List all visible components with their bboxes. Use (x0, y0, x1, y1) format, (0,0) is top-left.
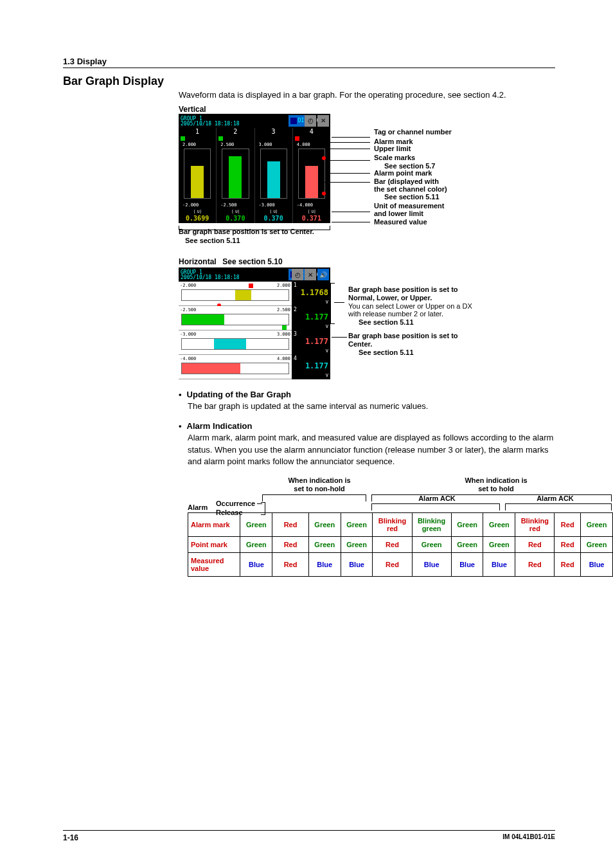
unit-label: V (326, 348, 328, 354)
bracket-hold (371, 494, 612, 502)
table-cell: Red (555, 552, 581, 576)
lower-limit: -2.500 (180, 307, 196, 312)
alarm-mark-icon (218, 136, 223, 141)
channel-number: 2 (294, 307, 297, 312)
alarm-header-hold: When indication is set to hold (432, 476, 560, 493)
page-number: 1-16 (63, 833, 78, 842)
callout-normal-4: with release number 2 or later. (348, 310, 443, 318)
lower-limit: -4.000 (297, 203, 313, 208)
table-cell: Red (515, 552, 555, 576)
bar-fill (235, 290, 251, 300)
bar-right-pane: 4 1.177 V (292, 355, 330, 379)
figure-horizontal: Horizontal See section 5.10 GROUP 1 2005… (179, 257, 555, 381)
unit-label: [ U] (258, 209, 290, 213)
unit-label: [ U] (296, 209, 328, 213)
brace-vertical-1 (330, 283, 335, 324)
table-row: Point markGreenRedGreenGreenRedGreenGree… (188, 536, 613, 552)
table-cell: Red (555, 512, 581, 536)
history-icon[interactable]: ◴ (305, 115, 316, 127)
bar-right-pane: 3 1.177 V (292, 330, 330, 355)
alarm-mark-icon (181, 136, 185, 141)
section-title: Bar Graph Display (63, 75, 555, 88)
bracket-ack-2 (505, 503, 612, 511)
bar-channel: 1 2.000 -2.000 [ U] 0.3699 (179, 128, 217, 223)
table-cell: Green (451, 536, 483, 552)
expand-icon-h[interactable]: ✕ (305, 269, 316, 280)
table-cell: Red (272, 512, 309, 536)
upper-limit: 3.000 (259, 142, 272, 147)
row-label: Measured value (188, 552, 240, 576)
bar-left-pane: -4.000 4.000 (179, 355, 292, 379)
table-cell: Blue (483, 552, 515, 576)
sound-icon[interactable]: 🔊 (317, 269, 329, 280)
alarm-mark-icon (282, 325, 287, 330)
lower-limit: -2.000 (182, 203, 199, 208)
page-footer: 1-16 IM 04L41B01-01E (63, 830, 555, 842)
table-cell: Blue (581, 552, 613, 576)
channel-number: 4 (293, 128, 330, 136)
callout-normal-ref: See section 5.11 (359, 318, 414, 326)
upper-limit: 2.500 (220, 142, 234, 147)
figure-horizontal-ref: See section 5.10 (222, 257, 282, 266)
bar-fill (182, 314, 224, 325)
table-cell: Green (412, 536, 451, 552)
bracket-nonhold (262, 494, 366, 502)
bullet-alarm-title: Alarm Indication (187, 421, 253, 431)
measured-value: 1.177 (292, 337, 328, 346)
table-cell: Green (483, 536, 515, 552)
upper-limit: 2.000 (182, 142, 196, 147)
table-cell: Green (341, 512, 373, 536)
channel-number: 3 (255, 128, 292, 136)
bar-frame (181, 338, 289, 350)
figure-horizontal-label: Horizontal (179, 257, 217, 266)
bar-left-pane: -3.000 3.000 (179, 330, 292, 355)
table-cell: Blue (240, 552, 272, 576)
table-cell: Red (272, 552, 309, 576)
upper-limit: 4.000 (297, 142, 310, 147)
bar-channel: 2 2.500 -2.500 [ U] 0.370 (217, 128, 254, 223)
bar-channel: 3 3.000 -3.000 [ U] 0.370 (255, 128, 293, 223)
expand-icon[interactable]: ✕ (317, 115, 329, 127)
alarm-mark-icon (249, 284, 253, 288)
measured-value: 1.177 (292, 361, 328, 370)
lower-limit: -3.000 (180, 332, 196, 337)
figure-vertical-label: Vertical (179, 105, 555, 114)
bar-frame (260, 149, 287, 199)
timestamp-h: 2005/10/18 18:18:18 (179, 275, 242, 280)
callout-alarm-point: Alarm point mark (374, 169, 432, 177)
bar-frame (222, 149, 249, 199)
table-row: Measured valueBlueRedBlueBlueRedBlueBlue… (188, 552, 613, 576)
bar-fill (191, 166, 204, 197)
callout-bar-ref: See section 5.11 (384, 193, 440, 201)
timestamp: 2005/10/18 18:18:18 (179, 122, 242, 127)
table-cell: Red (555, 536, 581, 552)
callout-normal-1: Bar graph base position is set to (348, 285, 458, 293)
history-icon-h[interactable]: ◴ (292, 269, 303, 280)
callout-measured: Measured value (374, 218, 427, 226)
bar-frame (181, 314, 289, 325)
disp-icon (290, 118, 297, 124)
figure-vertical: Vertical GROUP 1 2005/10/18 18:18:18 DIS… (179, 105, 555, 246)
bar-row: -4.000 4.000 4 1.177 V (179, 355, 330, 379)
bar-fill (267, 161, 280, 198)
rule-top (63, 68, 555, 68)
table-cell: Blue (412, 552, 451, 576)
unit-label: [ U] (181, 209, 213, 213)
alarm-header-nonhold: When indication is set to non-hold (278, 476, 361, 493)
upper-limit: 2.000 (277, 283, 290, 288)
alarm-mark-icon (295, 136, 299, 141)
measured-value: 1.1768 (292, 288, 328, 297)
table-cell: Blinking green (412, 512, 451, 536)
table-cell: Green (451, 512, 483, 536)
table-cell: Green (308, 536, 341, 552)
bar-right-pane: 1 1.1768 V (292, 282, 330, 306)
release-label: Release (216, 509, 243, 517)
measured-value: 0.3699 (179, 215, 216, 222)
callout-bar-1: Bar (displayed with (374, 177, 439, 185)
bar-frame (181, 363, 289, 374)
bullet-alarm-body: Alarm mark, alarm point mark, and measur… (188, 432, 555, 467)
unit-label: V (326, 324, 328, 329)
lower-limit: -2.000 (180, 283, 196, 288)
lower-limit: -3.000 (259, 203, 275, 208)
table-cell: Blinking red (515, 512, 555, 536)
